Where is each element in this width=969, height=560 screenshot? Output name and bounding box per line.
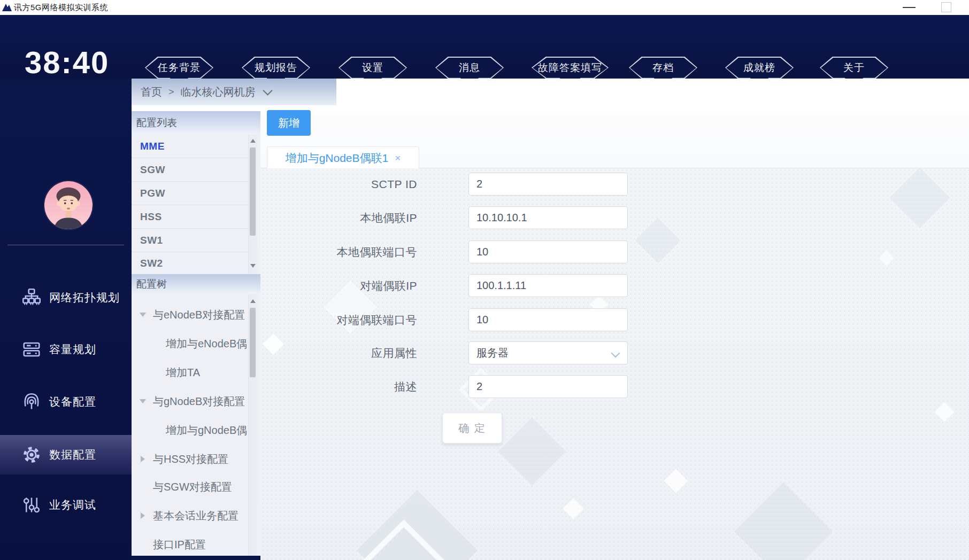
sidebar-item-service-debug[interactable]: 业务调试	[0, 485, 132, 525]
sidebar-item-label: 设备配置	[49, 394, 96, 409]
maximize-icon[interactable]	[941, 2, 951, 12]
avatar[interactable]	[44, 181, 93, 229]
tree-item-add-enodeb-assoc[interactable]: 增加与eNodeB偶	[132, 333, 248, 354]
sctp-id-input[interactable]	[468, 173, 628, 196]
capacity-icon	[22, 340, 41, 359]
local-assoc-ip-input[interactable]	[468, 206, 628, 229]
triangle-expanded-icon[interactable]	[140, 399, 146, 403]
breadcrumb-current[interactable]: 临水核心网机房	[181, 85, 256, 99]
tab-title: 增加与gNodeB偶联1	[286, 151, 389, 166]
nav-label: 关于	[820, 57, 888, 79]
diamond-decoration	[664, 469, 688, 493]
config-list-item-sgw[interactable]: SGW	[132, 158, 248, 182]
chevron-down-icon	[611, 349, 620, 358]
diamond-decoration	[935, 402, 955, 422]
nav-label: 成就榜	[725, 57, 794, 79]
sidebar: 网络拓扑规划 容量规划 设备配置 数据配	[0, 79, 132, 560]
nav-label: 存档	[629, 57, 697, 79]
countdown-timer: 38:40	[25, 47, 109, 78]
field-label: 应用属性	[260, 346, 417, 361]
avatar-image	[44, 181, 93, 229]
tree-item-hss-config[interactable]: 与HSS对接配置	[132, 448, 248, 470]
tree-item-add-ta[interactable]: 增加TA	[132, 362, 248, 383]
scroll-up-icon[interactable]	[250, 139, 256, 143]
field-label: 本地偶联IP	[260, 211, 417, 225]
minimize-icon[interactable]	[903, 7, 916, 8]
diamond-decoration	[879, 251, 894, 266]
triangle-expanded-icon[interactable]	[140, 313, 146, 317]
diamond-decoration	[889, 168, 950, 228]
description-input[interactable]	[468, 375, 628, 398]
config-tree-header: 配置树	[132, 274, 260, 294]
diamond-decoration	[635, 218, 681, 263]
tree-item-interface-ip-config[interactable]: 接口IP配置	[132, 534, 248, 555]
tab-add-gnodeb-association[interactable]: 增加与gNodeB偶联1 ×	[267, 146, 419, 169]
sidebar-item-capacity-planning[interactable]: 容量规划	[0, 330, 132, 369]
form-row-description: 描述	[260, 375, 628, 398]
breadcrumb-separator: >	[168, 87, 174, 98]
sidebar-item-network-topology[interactable]: 网络拓扑规划	[0, 278, 132, 317]
field-label: SCTP ID	[260, 178, 417, 191]
config-list-item-sw1[interactable]: SW1	[132, 229, 248, 252]
triangle-collapsed-icon[interactable]	[141, 456, 145, 462]
config-list-item-pgw[interactable]: PGW	[132, 182, 248, 205]
tab-close-icon[interactable]: ×	[395, 152, 401, 164]
form-row-peer-assoc-port: 对端偶联端口号	[260, 308, 628, 331]
chevron-down-icon[interactable]	[263, 85, 272, 95]
app-logo-icon	[2, 2, 12, 13]
config-list-header: 配置列表	[132, 111, 260, 135]
application-attribute-select[interactable]: 服务器	[468, 341, 628, 364]
scrollbar-thumb[interactable]	[250, 147, 256, 236]
tree-item-gnodeb-config[interactable]: 与gNodeB对接配置	[132, 391, 248, 412]
scrollbar-thumb[interactable]	[250, 308, 256, 377]
form-row-local-assoc-ip: 本地偶联IP	[260, 206, 628, 229]
field-label: 描述	[260, 379, 417, 394]
sidebar-divider	[7, 245, 124, 245]
sidebar-item-data-config[interactable]: 数据配置	[0, 435, 132, 475]
scroll-down-icon[interactable]	[250, 264, 256, 268]
sidebar-item-label: 业务调试	[49, 497, 96, 512]
peer-assoc-ip-input[interactable]	[468, 274, 628, 297]
config-tree-scrollbar[interactable]	[248, 294, 257, 556]
config-list-scrollbar[interactable]	[248, 135, 257, 274]
window-title: 讯方5G网络模拟实训系统	[14, 3, 108, 13]
service-debug-icon	[22, 495, 41, 515]
nav-label: 故障答案填写	[532, 57, 609, 79]
field-label: 本地偶联端口号	[260, 245, 417, 260]
add-new-button[interactable]: 新增	[267, 110, 311, 136]
peer-assoc-port-input[interactable]	[468, 308, 628, 331]
form-row-peer-assoc-ip: 对端偶联IP	[260, 274, 628, 297]
config-list-item-sw2[interactable]: SW2	[132, 252, 248, 274]
nav-label: 任务背景	[145, 57, 213, 79]
local-assoc-port-input[interactable]	[468, 240, 628, 263]
app-window: 讯方5G网络模拟实训系统 38:40 任务背景 规划报告 设置 消息 故障答案填…	[0, 0, 969, 560]
data-config-icon	[22, 445, 41, 464]
confirm-button[interactable]: 确 定	[442, 413, 502, 444]
header-spacer	[336, 79, 969, 111]
sidebar-item-label: 网络拓扑规划	[49, 290, 120, 305]
content-topbar: 新增 增加与gNodeB偶联1 ×	[260, 111, 969, 168]
diamond-decoration	[563, 498, 584, 519]
breadcrumb: 首页 > 临水核心网机房	[132, 79, 336, 105]
diamond-decoration	[498, 417, 566, 485]
diamond-decoration	[734, 483, 833, 560]
nav-label: 消息	[435, 57, 504, 79]
config-list-item-hss[interactable]: HSS	[132, 205, 248, 229]
tree-item-basic-session-config[interactable]: 基本会话业务配置	[132, 505, 248, 526]
tree-item-sgw-config[interactable]: 与SGW对接配置	[132, 476, 248, 497]
config-list-item-mme[interactable]: MME	[132, 135, 248, 158]
window-titlebar: 讯方5G网络模拟实训系统	[0, 0, 969, 15]
nav-label: 设置	[339, 57, 407, 79]
select-value: 服务器	[476, 346, 509, 360]
config-list-title: 配置列表	[136, 116, 177, 130]
triangle-collapsed-icon[interactable]	[141, 512, 145, 519]
field-label: 对端偶联端口号	[260, 313, 417, 328]
scroll-up-icon[interactable]	[250, 299, 256, 303]
form-area: SCTP ID 本地偶联IP 本地偶联端口号 对端偶联IP 对端偶联端口号 应用…	[260, 168, 969, 560]
form-row-application-attribute: 应用属性 服务器	[260, 341, 628, 364]
tree-item-add-gnodeb-assoc[interactable]: 增加与gNodeB偶	[132, 419, 248, 441]
top-header: 38:40 任务背景 规划报告 设置 消息 故障答案填写 存档 成就榜 关于	[0, 15, 969, 79]
sidebar-item-device-config[interactable]: 设备配置	[0, 382, 132, 422]
breadcrumb-home[interactable]: 首页	[141, 85, 162, 99]
tree-item-enodeb-config[interactable]: 与eNodeB对接配置	[132, 304, 248, 325]
